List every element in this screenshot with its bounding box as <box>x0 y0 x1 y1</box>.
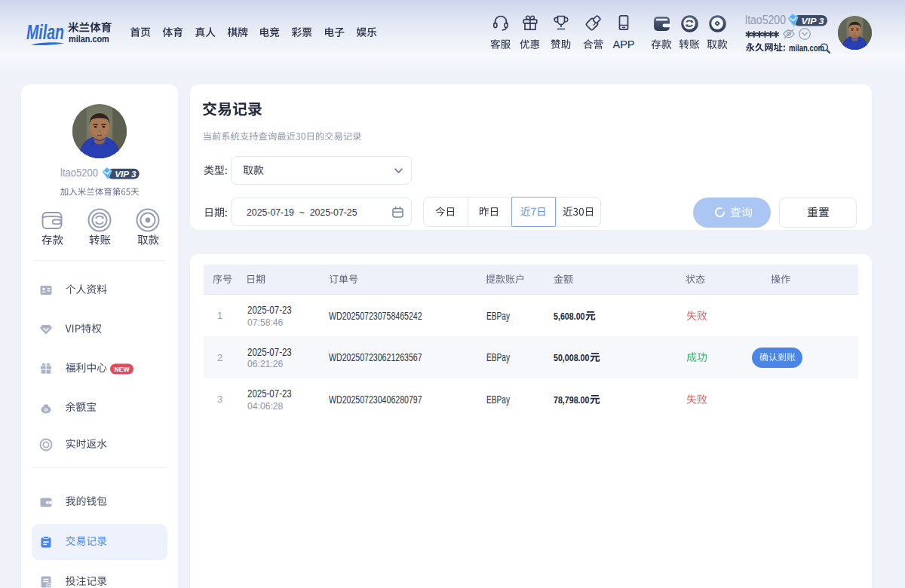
svg-text:Milan: Milan <box>26 21 64 44</box>
svg-text:NEW: NEW <box>114 366 130 373</box>
svg-text:VIP 3: VIP 3 <box>802 17 825 26</box>
svg-text:VIP 3: VIP 3 <box>115 170 136 179</box>
